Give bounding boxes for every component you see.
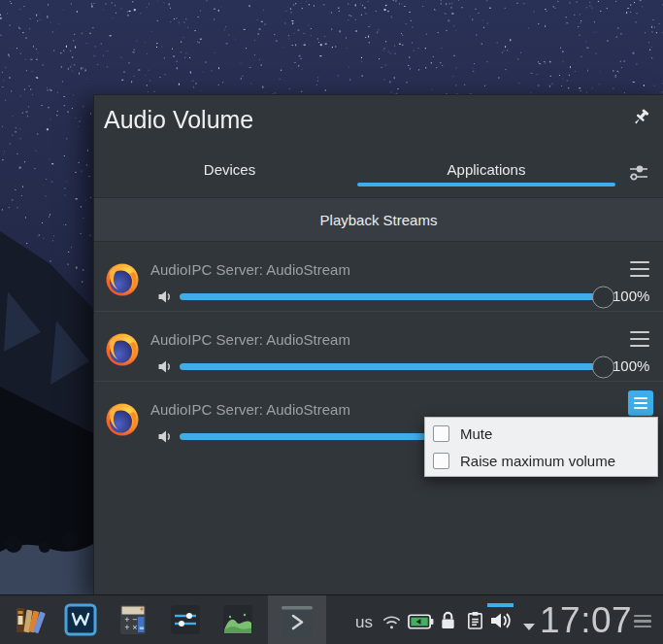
speaker-icon	[157, 358, 174, 375]
stream-title: AudioIPC Server: AudioStream	[150, 331, 350, 348]
volume-percent: 100%	[613, 288, 649, 304]
stream-menu-icon[interactable]	[630, 261, 649, 277]
tab-bar: Devices Applications	[94, 153, 663, 189]
battery-icon[interactable]	[408, 614, 434, 633]
stream-row: AudioIPC Server: AudioStream 100%	[94, 312, 663, 382]
volume-percent: 100%	[613, 357, 649, 374]
stream-title: AudioIPC Server: AudioStream	[150, 401, 350, 418]
tab-devices[interactable]: Devices	[102, 153, 357, 186]
menu-item-label: Raise maximum volume	[460, 453, 615, 469]
desktop: Audio Volume Devices Applications	[0, 0, 663, 644]
photos-launcher[interactable]	[221, 603, 254, 638]
volume-slider[interactable]	[180, 363, 603, 370]
firefox-icon	[105, 332, 140, 367]
volume-slider[interactable]	[180, 293, 603, 300]
stream-row: AudioIPC Server: AudioStream 100%	[94, 242, 663, 312]
tab-devices-label: Devices	[204, 161, 255, 178]
stream-menu-icon[interactable]	[630, 331, 649, 347]
svg-text:+ −: + −	[124, 616, 138, 624]
menu-item-mute[interactable]: Mute	[425, 420, 657, 447]
firefox-icon	[105, 402, 140, 437]
svg-text:+ ×: + ×	[124, 624, 138, 631]
audio-mixer-launcher[interactable]	[169, 603, 202, 638]
speaker-icon	[157, 288, 174, 305]
active-applet-indicator	[487, 603, 514, 607]
stream-title: AudioIPC Server: AudioStream	[150, 261, 350, 278]
playback-streams-label: Playback Streams	[320, 212, 438, 228]
calibre-launcher[interactable]	[14, 603, 47, 638]
firefox-icon	[105, 262, 140, 297]
terminal-launcher[interactable]	[280, 604, 313, 639]
active-tab-indicator	[357, 183, 615, 186]
clock[interactable]: 17:07	[540, 600, 627, 641]
popup-title: Audio Volume	[104, 106, 253, 134]
tab-applications-label: Applications	[448, 161, 526, 178]
menu-item-raise-maximum-volume[interactable]: Raise maximum volume	[425, 447, 657, 474]
lock-icon[interactable]	[439, 610, 457, 634]
menu-item-label: Mute	[460, 425, 492, 442]
clipboard-icon[interactable]	[466, 610, 484, 634]
stream-menu-icon-active[interactable]	[628, 390, 653, 416]
pin-icon[interactable]	[630, 107, 651, 128]
w-editor-launcher[interactable]	[64, 603, 97, 638]
chevron-down-icon[interactable]	[523, 618, 535, 635]
taskbar: + − + × =	[0, 594, 663, 644]
playback-streams-header: Playback Streams	[94, 197, 663, 242]
keyboard-layout-indicator[interactable]: us	[355, 613, 373, 632]
mute-checkbox[interactable]	[433, 425, 449, 442]
speaker-icon	[157, 428, 174, 445]
panel-menu-icon[interactable]	[634, 615, 651, 627]
wifi-icon[interactable]	[381, 611, 403, 637]
slider-handle[interactable]	[592, 286, 614, 308]
raise-max-volume-checkbox[interactable]	[433, 453, 449, 469]
configure-sliders-icon[interactable]	[627, 161, 650, 185]
stream-context-menu: Mute Raise maximum volume	[424, 417, 658, 477]
audio-volume-popup: Audio Volume Devices Applications	[93, 94, 663, 594]
tab-applications[interactable]: Applications	[357, 153, 615, 186]
svg-text:=: =	[139, 625, 145, 632]
volume-tray-icon[interactable]	[489, 610, 513, 635]
calculator-launcher[interactable]: + − + × =	[116, 603, 149, 638]
slider-handle[interactable]	[592, 356, 614, 378]
